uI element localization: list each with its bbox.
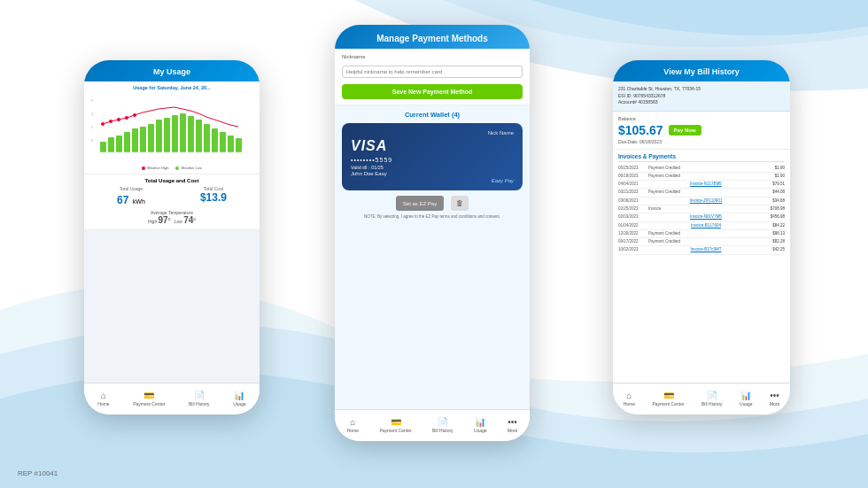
temp-low-value: 74: [183, 215, 193, 225]
nickname-input[interactable]: [342, 66, 523, 78]
center-footer-payment[interactable]: 💳 Payment Center: [379, 418, 411, 433]
card-valid: Valid till : 01/25: [351, 165, 514, 170]
center-body: Nickname Save New Payment Method Current…: [335, 49, 530, 409]
invoice-amount: $1.90: [765, 166, 785, 171]
total-usage-col: Total Usage 67 kWh: [117, 186, 145, 207]
right-payment-icon: 💳: [663, 391, 674, 400]
invoice-date: 02/25/2023: [618, 206, 647, 212]
temp-high-value: 97: [159, 215, 168, 225]
save-button[interactable]: Save New Payment Method: [342, 84, 523, 99]
invoice-amount: $79.51: [765, 182, 785, 187]
card-ezpay: Eazy Pay: [351, 178, 514, 183]
svg-rect-9: [132, 128, 138, 152]
invoice-date: 04/04/2021: [618, 182, 647, 187]
invoice-list: 05/25/2023Payment Credited$1.9006/18/202…: [618, 165, 785, 255]
center-footer-usage[interactable]: 📊 Usage: [474, 418, 486, 433]
invoice-amount: $82.28: [765, 239, 785, 244]
center-footer-more[interactable]: ••• More: [508, 418, 517, 433]
payment-icon: 💳: [143, 391, 154, 400]
right-footer-usage[interactable]: 📊 Usage: [740, 391, 752, 407]
card-actions: Set as EZ Pay 🗑: [342, 196, 523, 211]
invoice-row: 03/21/2023Payment Credited$44.08: [618, 189, 785, 197]
legend-low: Weather Low: [175, 166, 202, 170]
invoice-row: 05/25/2023Payment Credited$1.90: [618, 165, 785, 173]
invoices-section: Invoices & Payments 05/25/2023Payment Cr…: [613, 150, 790, 383]
footer-payment[interactable]: 💳 Payment Center: [133, 391, 165, 407]
usage-subtitle-text: Usage for: [133, 85, 155, 90]
center-footer-home[interactable]: ⌂ Home: [347, 418, 359, 433]
right-home-icon: ⌂: [626, 391, 632, 400]
nickname-label: Nickname: [342, 54, 523, 59]
delete-button[interactable]: 🗑: [451, 196, 469, 211]
chart-legend: Weather High Weather Low: [89, 166, 254, 170]
temp-high-label: High: [148, 219, 157, 224]
credit-card: Nick Name VISA ••••••••5559 Valid till :…: [342, 123, 523, 190]
right-footer-more-label: More: [770, 401, 779, 407]
balance-section: Balance $105.67 Pay Now Due Date: 06/18/…: [613, 112, 790, 150]
right-footer-usage-label: Usage: [740, 401, 752, 407]
invoice-row: 02/03/2023Invoice-N01V7M5$456.98: [618, 213, 785, 221]
set-ezpay-button[interactable]: Set as EZ Pay: [396, 196, 444, 211]
footer-home-label: Home: [97, 401, 109, 407]
legend-high-dot: [142, 167, 145, 170]
invoice-link[interactable]: Invoice-N01V7M5: [690, 214, 722, 220]
right-bill-icon: 📄: [707, 391, 717, 400]
wallet-title: Current Wallet (4): [342, 111, 523, 119]
invoice-row: 12/30/2022Payment Credited$98.13: [618, 230, 785, 238]
center-payment-icon: 💳: [391, 418, 401, 427]
usage-subtitle: Usage for Saturday, June 24, 20...: [89, 85, 254, 90]
rep-number: REP #10041: [18, 469, 58, 477]
right-footer-home[interactable]: ⌂ Home: [624, 391, 635, 407]
svg-rect-21: [228, 136, 234, 152]
temp-low-label: Low: [174, 219, 182, 224]
invoice-row: 04/04/2021Invoice-N117BM5$79.51: [618, 181, 785, 189]
temp-values: High 97o Low 74o: [89, 215, 254, 225]
invoice-row: 09/17/2022Payment Credited$82.28: [618, 238, 785, 246]
center-home-icon: ⌂: [350, 418, 355, 427]
temp-section: Average Temperature High 97o Low 74o: [89, 210, 254, 225]
svg-rect-11: [148, 124, 154, 152]
usage-icon: 📊: [234, 391, 244, 400]
pay-now-button[interactable]: Pay Now: [669, 125, 701, 136]
invoice-amount: $708.98: [765, 206, 785, 212]
right-footer-payment[interactable]: 💳 Payment Center: [652, 391, 684, 407]
center-footer-bill[interactable]: 📄 Bill History: [432, 418, 453, 433]
invoice-type: Invoice: [648, 206, 763, 212]
invoice-link[interactable]: Invoice-B117604: [691, 223, 721, 229]
center-more-icon: •••: [508, 418, 517, 427]
center-footer-home-label: Home: [347, 428, 359, 433]
invoice-amount: $84.22: [765, 223, 785, 229]
invoice-link[interactable]: Invoice-B17c9MT: [690, 247, 721, 252]
footer-usage[interactable]: 📊 Usage: [233, 391, 245, 407]
right-footer-more[interactable]: ••• More: [770, 391, 779, 407]
invoice-link[interactable]: Invoice-N117BM5: [690, 182, 722, 187]
center-bill-icon: 📄: [438, 418, 448, 427]
svg-rect-10: [140, 127, 146, 152]
center-footer-usage-label: Usage: [474, 428, 486, 433]
footer-home[interactable]: ⌂ Home: [97, 391, 109, 407]
right-footer-payment-label: Payment Center: [652, 401, 684, 407]
center-footer-payment-label: Payment Center: [379, 428, 411, 433]
bill-icon: 📄: [194, 391, 205, 400]
svg-rect-8: [124, 132, 130, 152]
invoice-row: 01/04/2022Invoice-B117604$84.22: [618, 222, 785, 230]
invoice-amount: $98.13: [765, 231, 785, 236]
usage-date: Saturday, June 24, 20...: [157, 85, 210, 90]
account-number: Account# 40158583: [618, 99, 785, 106]
note-text: NOTE: By selecting, I agree to the EZ Pa…: [342, 214, 523, 220]
invoice-type: Payment Credited: [648, 166, 763, 171]
invoice-amount: $42.25: [765, 247, 785, 252]
right-footer-bill[interactable]: 📄 Bill History: [701, 391, 723, 407]
invoice-date: 12/30/2022: [618, 231, 647, 236]
phone-right: View My Bill History 231 Charitable St, …: [613, 60, 790, 414]
card-holder: John Doe Easy: [351, 171, 514, 176]
svg-rect-13: [164, 118, 170, 152]
usage-chart-svg: 6 4 2 0: [89, 93, 254, 164]
invoice-link[interactable]: Invoice-ZR110901: [690, 198, 723, 204]
footer-usage-label: Usage: [233, 401, 245, 407]
footer-bill[interactable]: 📄 Bill History: [189, 391, 210, 407]
invoice-date: 02/03/2023: [618, 214, 647, 220]
invoice-type: Payment Credited: [648, 239, 763, 244]
temp-high-degree: o: [168, 216, 171, 221]
center-footer-bill-label: Bill History: [432, 428, 453, 433]
